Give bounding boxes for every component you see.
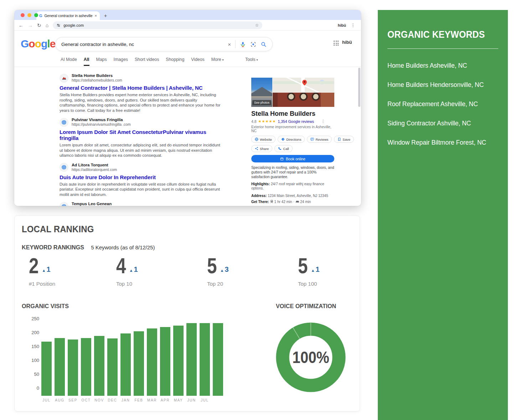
share-icon	[255, 147, 258, 150]
browser-menu-icon[interactable]: ⋮	[351, 22, 355, 28]
book-online-button[interactable]: Book online	[251, 155, 334, 162]
bar	[120, 333, 131, 396]
result-site-name[interactable]: Pulvinar Vivamus Fringilla	[72, 118, 131, 122]
google-lens-icon[interactable]	[250, 41, 256, 47]
reviews-button[interactable]: Reviews	[307, 136, 332, 143]
action-chips-row: Share Call	[251, 145, 334, 152]
minimize-window-button[interactable]	[27, 13, 31, 17]
stat-label: Top 100	[298, 281, 320, 287]
google-apps-icon[interactable]	[334, 41, 339, 46]
browser-tab[interactable]: G General contractor in asheville, nc ×	[36, 11, 100, 20]
hibu-logo: hibü	[342, 40, 352, 45]
business-name: Stella Home Builders	[251, 110, 334, 118]
x-tick: SEP	[68, 398, 78, 402]
organic-results: Stella Home Builders https://stellahomeb…	[60, 73, 223, 206]
bookmark-star-icon[interactable]: ☆	[255, 23, 259, 28]
stella-favicon	[60, 74, 68, 83]
search-result: Stella Home Builders https://stellahomeb…	[60, 73, 223, 113]
clear-search-icon[interactable]: ×	[228, 41, 231, 47]
google-favicon: G	[39, 14, 42, 18]
keyword-rankings-label: KEYWORD RANKINGS	[22, 244, 84, 251]
business-map[interactable]	[273, 78, 334, 92]
business-photo[interactable]: See photos	[251, 78, 272, 107]
call-button[interactable]: Call	[274, 145, 292, 152]
result-title-link[interactable]: General Contractor | Stella Home Builder…	[60, 85, 223, 91]
x-tick: FEB	[134, 398, 144, 402]
result-url[interactable]: https://adlitoratorquent.com	[72, 167, 117, 172]
tools-button[interactable]: Tools	[245, 57, 258, 62]
bar	[55, 338, 65, 396]
tab-shopping[interactable]: Shopping	[166, 57, 184, 66]
site-settings-icon[interactable]	[56, 23, 61, 27]
panel-menu-icon[interactable]: ⋮	[321, 119, 325, 124]
business-photos: See photos	[251, 78, 334, 107]
tab-ai-mode[interactable]: AI Mode	[61, 57, 77, 66]
hibu-extension-logo[interactable]: hibü	[338, 23, 346, 27]
share-button[interactable]: Share	[251, 145, 272, 152]
stat-delta: 3	[225, 265, 228, 274]
y-tick: 100	[31, 358, 39, 363]
tab-images[interactable]: Images	[114, 57, 128, 66]
address-row: Address: 1234 Main Street, Asheville, NJ…	[251, 194, 334, 198]
back-icon[interactable]: ←	[19, 23, 24, 28]
reviews-link[interactable]: 1,354 Google reviews	[278, 119, 314, 124]
result-title-link[interactable]: Lorem Ipsum Dolor Sit Amet ConsecteturPu…	[60, 129, 223, 141]
stat-value: 2	[29, 256, 39, 276]
bar	[173, 326, 184, 396]
bar	[147, 328, 157, 396]
reload-icon[interactable]: ↻	[37, 23, 41, 28]
up-arrow-icon: ▲	[42, 268, 46, 273]
stat-1-position: 2 ▲1 #1 Position	[29, 256, 55, 287]
organic-visits-title: ORGANIC VISITS	[22, 303, 69, 310]
tab-all[interactable]: All	[84, 57, 89, 66]
window-controls	[21, 13, 38, 17]
y-tick: 250	[31, 316, 39, 321]
save-button[interactable]: Save	[334, 136, 354, 143]
result-url[interactable]: https://stellahomebuilders.com	[72, 78, 122, 83]
separator: ·	[293, 200, 294, 204]
tab-short-videos[interactable]: Short videos	[135, 57, 159, 66]
search-icon[interactable]	[261, 41, 267, 47]
stat-label: Top 10	[116, 281, 138, 287]
tab-close-icon[interactable]: ×	[95, 14, 97, 18]
see-photos-button[interactable]: See photos	[252, 100, 271, 105]
tab-videos[interactable]: Videos	[191, 57, 204, 66]
stat-delta: 1	[134, 265, 138, 274]
stat-value: 4	[116, 256, 126, 276]
result-site-name[interactable]: Tempus Leo Genean	[72, 202, 121, 206]
keyword-list: Home Builders Asheville, NC Home Builder…	[387, 62, 498, 146]
business-photo[interactable]	[273, 93, 334, 107]
address-bar[interactable]: google.com ☆	[53, 21, 262, 29]
y-axis: 0 50 100 150 200 250	[27, 312, 39, 396]
keyword-rankings-header: KEYWORD RANKINGS 5 Keywords (as of 8/12/…	[22, 244, 155, 251]
keyword-item: Home Builders Hendersonville, NC	[387, 81, 498, 89]
directions-button[interactable]: Directions	[278, 136, 305, 143]
directions-icon	[281, 138, 285, 141]
get-there-label: Get There:	[251, 200, 269, 204]
get-there-row: Get There: 1 hr 42 min · 24 min	[251, 200, 334, 204]
new-tab-button[interactable]: +	[104, 13, 107, 19]
website-button[interactable]: Website	[251, 136, 275, 143]
x-tick: APR	[160, 398, 170, 402]
voice-search-icon[interactable]	[240, 41, 246, 47]
map-pin-icon	[302, 80, 307, 85]
forward-icon[interactable]: →	[28, 23, 33, 28]
result-url[interactable]: https://pulvinarvivamusfringilla .com	[72, 122, 131, 127]
tab-maps[interactable]: Maps	[96, 57, 107, 66]
maximize-window-button[interactable]	[34, 13, 38, 17]
search-query-text[interactable]: General contractor in asheville, nc	[61, 42, 228, 47]
tab-more[interactable]: More	[211, 57, 224, 66]
search-input[interactable]: General contractor in asheville, nc ×	[55, 37, 273, 51]
highlights-row: Highlights: 24/7 roof repair withj easy …	[251, 182, 334, 191]
result-site-name[interactable]: Stella Home Builders	[72, 73, 122, 78]
result-site-name[interactable]: Ad Litora Torquent	[72, 163, 117, 167]
bar	[41, 342, 52, 396]
x-axis: JUL AUG SEP OCT NOV DEC JAN FEB MAR APR …	[41, 398, 223, 402]
globe-favicon	[60, 202, 68, 206]
x-tick: AUG	[55, 398, 65, 402]
page-scrollbar[interactable]	[358, 68, 360, 107]
result-title-link[interactable]: Duis Aute Irure Dolor In Reprehenderit	[60, 174, 223, 180]
home-icon[interactable]: ⌂	[46, 23, 48, 28]
up-arrow-icon: ▲	[129, 268, 133, 273]
close-window-button[interactable]	[21, 13, 25, 17]
